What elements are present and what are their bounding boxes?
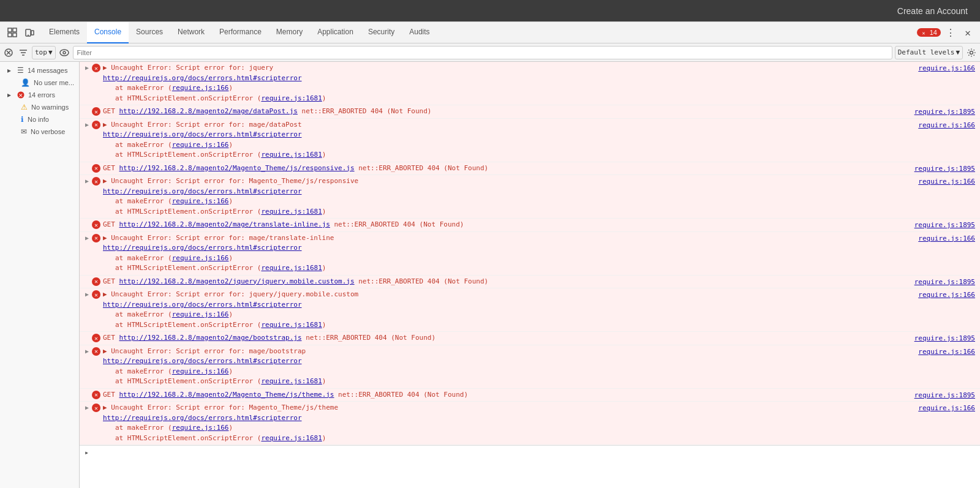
trace-link[interactable]: require.js:1681: [261, 377, 322, 385]
message-source[interactable]: require.js:1895: [910, 107, 980, 116]
message-source[interactable]: require.js:166: [913, 347, 980, 356]
expand-arrow[interactable]: ▶: [82, 290, 92, 298]
console-body: ▸ ☰ 14 messages 👤 No user me... ▸ ✕ 14 e…: [0, 62, 980, 488]
error-link[interactable]: http://requirejs.org/docs/errors.html#sc…: [103, 357, 302, 365]
expand-icon: ▸: [5, 66, 13, 75]
tab-memory[interactable]: Memory: [269, 22, 310, 43]
error-icon: ✕: [92, 334, 100, 342]
tab-application[interactable]: Application: [310, 22, 361, 43]
trace-link[interactable]: require.js:166: [172, 424, 229, 432]
message-text: GET http://192.168.2.8/magento2/mage/tra…: [103, 220, 464, 228]
sidebar-item-user-messages[interactable]: 👤 No user me...: [0, 77, 79, 89]
request-link[interactable]: http://192.168.2.8/magento2/Magento_Them…: [119, 391, 334, 399]
trace-link[interactable]: require.js:1681: [261, 151, 322, 159]
expand-arrow[interactable]: ▶: [82, 403, 92, 411]
sidebar-item-warnings[interactable]: ⚠ No warnings: [0, 101, 79, 113]
message-content: GET http://192.168.2.8/magento2/mage/dat…: [103, 107, 910, 117]
more-options-icon[interactable]: ⋮: [943, 25, 958, 40]
levels-select[interactable]: Default levels ▼: [895, 46, 963, 59]
tab-elements[interactable]: Elements: [42, 22, 87, 43]
message-source[interactable]: require.js:166: [913, 403, 980, 412]
console-settings-icon[interactable]: [965, 47, 978, 59]
message-source[interactable]: require.js:166: [913, 233, 980, 242]
expand-arrow[interactable]: ▶: [82, 120, 92, 128]
request-link[interactable]: http://192.168.2.8/magento2/Magento_Them…: [119, 164, 355, 172]
message-source[interactable]: require.js:1895: [910, 163, 980, 173]
expand-arrow[interactable]: ▶: [82, 176, 92, 184]
tab-console[interactable]: Console: [87, 22, 129, 43]
message-content: ▶ Uncaught Error: Script error for: jque…: [103, 290, 913, 330]
trace-link[interactable]: require.js:166: [172, 254, 229, 262]
expand-arrow[interactable]: ▶: [82, 347, 92, 355]
message-source[interactable]: require.js:166: [913, 176, 980, 186]
sidebar-item-verbose[interactable]: ✉ No verbose: [0, 126, 79, 138]
clear-console-button[interactable]: [2, 47, 15, 59]
request-link[interactable]: http://192.168.2.8/magento2/mage/bootstr…: [119, 334, 302, 342]
sidebar-item-info[interactable]: ℹ No info: [0, 113, 79, 126]
tab-network[interactable]: Network: [170, 22, 212, 43]
console-message-row: ▶✕▶ Uncaught Error: Script error for: ma…: [80, 232, 980, 276]
trace-line: at makeError (require.js:166): [103, 83, 913, 94]
trace-line: at makeError (require.js:166): [103, 423, 913, 434]
request-link[interactable]: http://192.168.2.8/magento2/mage/transla…: [119, 220, 330, 228]
trace-link[interactable]: require.js:1681: [261, 321, 322, 329]
message-source[interactable]: require.js:166: [913, 63, 980, 72]
console-toolbar: top ▼ Default levels ▼: [0, 43, 980, 62]
expand-arrow[interactable]: [82, 333, 92, 334]
error-icon: ✕: [92, 220, 100, 229]
tab-sources[interactable]: Sources: [129, 22, 170, 43]
expand-arrow[interactable]: [82, 390, 92, 391]
message-source[interactable]: require.js:1895: [910, 333, 980, 342]
request-link[interactable]: http://192.168.2.8/magento2/mage/dataPos…: [119, 107, 298, 115]
message-source[interactable]: require.js:166: [913, 290, 980, 299]
info-icon: ℹ: [21, 115, 24, 124]
error-count-badge: ✕ 14: [917, 28, 941, 37]
context-select[interactable]: top ▼: [32, 46, 56, 59]
trace-link[interactable]: require.js:1681: [261, 208, 322, 216]
error-link[interactable]: http://requirejs.org/docs/errors.html#sc…: [103, 74, 302, 82]
trace-link[interactable]: require.js:166: [172, 310, 229, 318]
message-source[interactable]: require.js:166: [913, 120, 980, 129]
message-content: ▶ Uncaught Error: Script error for: jque…: [103, 63, 913, 103]
close-devtools-icon[interactable]: ✕: [960, 25, 975, 40]
trace-link[interactable]: require.js:1681: [261, 94, 322, 102]
trace-link[interactable]: require.js:1681: [261, 434, 322, 442]
trace-link[interactable]: require.js:1681: [261, 264, 322, 272]
filter-input[interactable]: [73, 46, 892, 59]
message-source[interactable]: require.js:1895: [910, 220, 980, 229]
expand-arrow[interactable]: ▶: [82, 233, 92, 241]
message-text: GET http://192.168.2.8/magento2/mage/dat…: [103, 107, 431, 115]
trace-link[interactable]: require.js:166: [172, 84, 229, 92]
error-link[interactable]: http://requirejs.org/docs/errors.html#sc…: [103, 301, 302, 309]
tab-security[interactable]: Security: [361, 22, 402, 43]
message-source[interactable]: require.js:1895: [910, 390, 980, 399]
expand-arrow[interactable]: [82, 220, 92, 221]
expand-arrow[interactable]: [82, 107, 92, 108]
error-link[interactable]: http://requirejs.org/docs/errors.html#sc…: [103, 187, 302, 195]
tab-performance[interactable]: Performance: [212, 22, 269, 43]
errors-expand-icon: ▸: [5, 91, 13, 99]
request-link[interactable]: http://192.168.2.8/magento2/jquery/jquer…: [119, 277, 355, 285]
trace-link[interactable]: require.js:166: [172, 141, 229, 149]
expand-arrow[interactable]: ▶: [82, 63, 92, 71]
trace-line: at HTMLScriptElement.onScriptError (requ…: [103, 207, 913, 217]
tab-audits[interactable]: Audits: [402, 22, 437, 43]
error-link[interactable]: http://requirejs.org/docs/errors.html#sc…: [103, 414, 302, 422]
trace-link[interactable]: require.js:166: [172, 367, 229, 375]
devtools-icon-controls: [5, 25, 37, 40]
filter-toggle-button[interactable]: [17, 47, 29, 59]
expand-arrow[interactable]: [82, 277, 92, 278]
message-source[interactable]: require.js:1895: [910, 277, 980, 286]
console-messages[interactable]: ▶✕▶ Uncaught Error: Script error for: jq…: [80, 62, 980, 488]
expand-arrow[interactable]: [82, 163, 92, 165]
svg-text:✕: ✕: [922, 31, 925, 36]
devtools-panel: Elements Console Sources Network Perform…: [0, 21, 980, 488]
sidebar-item-errors[interactable]: ▸ ✕ 14 errors: [0, 89, 79, 101]
device-toolbar-icon[interactable]: [22, 25, 37, 40]
trace-link[interactable]: require.js:166: [172, 197, 229, 205]
error-link[interactable]: http://requirejs.org/docs/errors.html#sc…: [103, 244, 302, 252]
error-link[interactable]: http://requirejs.org/docs/errors.html#sc…: [103, 130, 302, 138]
sidebar-item-all-messages[interactable]: ▸ ☰ 14 messages: [0, 64, 79, 77]
eye-icon[interactable]: [58, 47, 70, 59]
inspect-element-icon[interactable]: [5, 25, 20, 40]
